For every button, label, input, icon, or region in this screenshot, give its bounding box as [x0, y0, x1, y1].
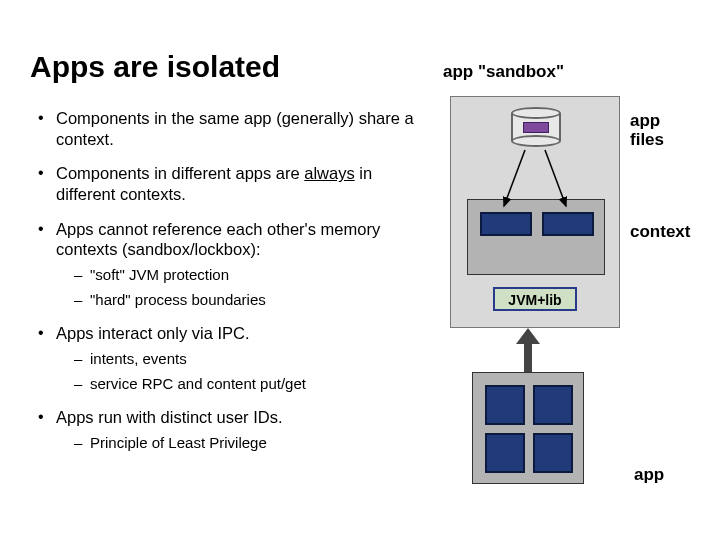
bullet-text: Apps interact only via IPC.	[56, 324, 250, 342]
svg-marker-3	[516, 328, 540, 344]
bullet-item: Apps interact only via IPC. intents, eve…	[34, 323, 414, 393]
app-box	[472, 372, 584, 484]
sub-bullet: "soft" JVM protection	[74, 266, 414, 285]
component-block	[533, 433, 573, 473]
label-app-files: app files	[630, 112, 664, 149]
bullet-item: Components in the same app (generally) s…	[34, 108, 414, 149]
database-icon	[511, 107, 561, 147]
jvm-label-box: JVM+lib	[493, 287, 577, 311]
component-block	[485, 433, 525, 473]
bullet-text: Components in the same app (generally) s…	[56, 109, 414, 148]
context-box	[467, 199, 605, 275]
bullet-text-pre: Components in different apps are	[56, 164, 304, 182]
sandbox-box: JVM+lib	[450, 96, 620, 328]
bullet-text: Apps cannot reference each other's memor…	[56, 220, 380, 259]
bullet-list: Components in the same app (generally) s…	[34, 108, 414, 467]
component-block	[480, 212, 532, 236]
sub-bullet: "hard" process boundaries	[74, 291, 414, 310]
sub-bullet: service RPC and content put/get	[74, 375, 414, 394]
sub-bullet: Principle of Least Privilege	[74, 434, 414, 453]
label-sandbox: app "sandbox"	[443, 62, 564, 82]
bullet-item: Apps run with distinct user IDs. Princip…	[34, 407, 414, 452]
label-app: app	[634, 465, 664, 485]
bullet-item: Components in different apps are always …	[34, 163, 414, 204]
component-block	[533, 385, 573, 425]
label-context: context	[630, 222, 690, 242]
component-block	[485, 385, 525, 425]
bullet-text: Apps run with distinct user IDs.	[56, 408, 283, 426]
slide-title: Apps are isolated	[30, 50, 280, 84]
bullet-item: Apps cannot reference each other's memor…	[34, 219, 414, 310]
sub-bullet: intents, events	[74, 350, 414, 369]
bullet-underlined: always	[304, 164, 354, 182]
component-block	[542, 212, 594, 236]
